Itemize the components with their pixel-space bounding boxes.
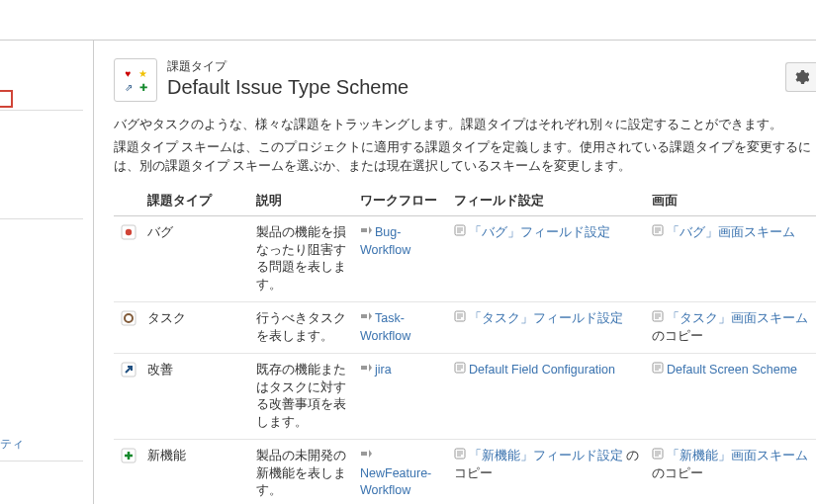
workflow-icon xyxy=(360,310,372,328)
workflow-icon xyxy=(360,362,372,379)
workflow-link[interactable]: NewFeature-Workflow xyxy=(360,466,431,498)
issuetype-icon xyxy=(114,354,143,440)
col-screens: 画面 xyxy=(648,187,816,216)
actions-gear-button[interactable] xyxy=(785,62,816,92)
issuetype-name: 改善 xyxy=(143,354,252,440)
header-eyebrow: 課題タイプ xyxy=(167,58,408,75)
issuetype-description: 製品の未開発の新機能を表します。 xyxy=(252,440,356,504)
issuetype-icon xyxy=(114,216,143,302)
svg-point-1 xyxy=(126,229,132,235)
table-row: 改善既存の機能またはタスクに対する改善事項を表します。jiraDefault F… xyxy=(114,354,816,440)
screens-icon xyxy=(652,310,664,328)
issuetype-name: バグ xyxy=(143,216,252,302)
screens-link[interactable]: 「新機能」画面スキーム xyxy=(667,449,808,462)
table-row: タスク行うべきタスクを表します。Task-Workflow「タスク」フィールド設… xyxy=(114,302,816,354)
issuetype-icon xyxy=(114,302,143,354)
table-row: 新機能製品の未開発の新機能を表します。NewFeature-Workflow「新… xyxy=(114,440,816,504)
scheme-icon: ♥ ★ ⇗ ✚ xyxy=(114,58,157,102)
top-bar xyxy=(0,0,816,41)
workflow-link[interactable]: jira xyxy=(375,363,392,377)
fieldconfig-link[interactable]: 「新機能」フィールド設定 xyxy=(469,449,623,462)
issuetype-name: 新機能 xyxy=(143,440,252,504)
fieldconfig-icon xyxy=(454,448,466,465)
screens-icon xyxy=(652,448,664,465)
screens-icon xyxy=(652,224,664,242)
workflow-icon xyxy=(360,224,372,242)
issuetype-name: タスク xyxy=(143,302,252,354)
issue-types-table: 課題タイプ 説明 ワークフロー フィールド設定 画面 バグ製品の機能を損なったり… xyxy=(114,187,816,504)
fieldconfig-link[interactable]: Default Field Configuration xyxy=(469,363,615,377)
highlight-box xyxy=(0,90,13,108)
fieldconfig-link[interactable]: 「タスク」フィールド設定 xyxy=(469,311,623,325)
fieldconfig-icon xyxy=(454,224,466,242)
col-issuetype: 課題タイプ xyxy=(143,187,252,216)
fieldconfig-icon xyxy=(454,362,466,379)
issuetype-description: 行うべきタスクを表します。 xyxy=(252,302,356,354)
page-title: Default Issue Type Scheme xyxy=(167,76,408,99)
col-fieldconfig: フィールド設定 xyxy=(450,187,648,216)
screens-link[interactable]: 「タスク」画面スキーム xyxy=(667,311,808,325)
screens-icon xyxy=(652,362,664,379)
gear-icon xyxy=(793,69,809,85)
sidebar-link[interactable]: ティ xyxy=(0,436,24,453)
screens-link[interactable]: 「バグ」画面スキーム xyxy=(667,225,795,239)
col-description: 説明 xyxy=(252,187,356,216)
workflow-icon xyxy=(360,448,372,465)
issuetype-description: 製品の機能を損なったり阻害する問題を表します。 xyxy=(252,216,356,302)
col-workflow: ワークフロー xyxy=(356,187,450,216)
screens-link[interactable]: Default Screen Scheme xyxy=(667,363,797,377)
fieldconfig-link[interactable]: 「バグ」フィールド設定 xyxy=(469,225,610,239)
issuetype-description: 既存の機能またはタスクに対する改善事項を表します。 xyxy=(252,354,356,440)
left-sidebar: ティ xyxy=(0,41,94,504)
table-row: バグ製品の機能を損なったり阻害する問題を表します。Bug-Workflow「バグ… xyxy=(114,216,816,302)
issuetype-icon xyxy=(114,440,143,504)
fieldconfig-icon xyxy=(454,310,466,328)
intro-text: バグやタスクのような、様々な課題をトラッキングします。課題タイプはそれぞれ別々に… xyxy=(114,116,816,175)
